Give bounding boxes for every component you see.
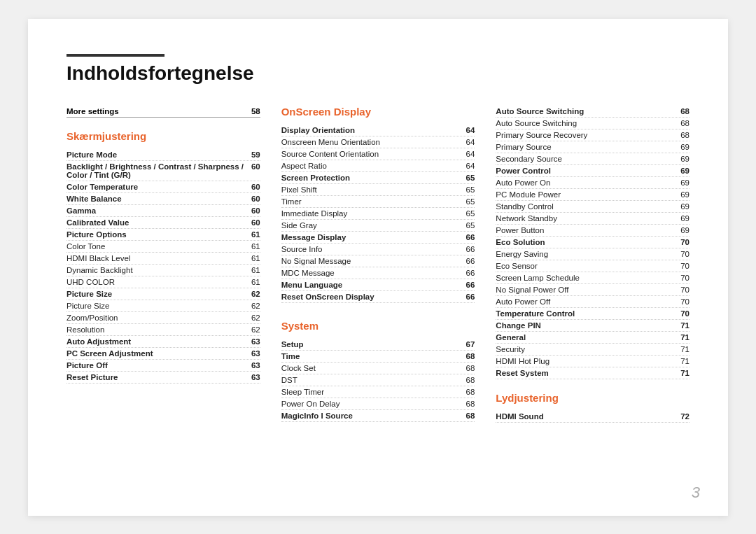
toc-page-num: 60 — [251, 218, 260, 227]
toc-label: HDMI Black Level — [66, 254, 251, 262]
toc-row: Auto Source Switching68 — [496, 106, 690, 118]
toc-row: Reset OnScreen Display66 — [281, 291, 475, 303]
toc-page-num: 60 — [251, 162, 260, 171]
col3-section2-heading: Lydjustering — [496, 392, 690, 404]
toc-label: Source Content Orientation — [281, 150, 466, 158]
toc-label: PC Module Power — [496, 190, 680, 199]
toc-row: Timer65 — [281, 196, 475, 208]
toc-page-num: 65 — [466, 185, 475, 194]
col3-section1-entries: Auto Source Switching68Auto Source Switc… — [496, 106, 690, 379]
toc-page-num: 66 — [466, 281, 475, 289]
toc-label: Power On Delay — [281, 400, 466, 408]
toc-label: Primary Source Recovery — [496, 131, 680, 139]
toc-row: Picture Size62 — [66, 300, 260, 312]
toc-row: Primary Source69 — [496, 141, 690, 153]
toc-row: White Balance60 — [66, 193, 260, 205]
page-number: 3 — [692, 484, 700, 502]
toc-row: PC Screen Adjustment63 — [66, 348, 260, 360]
toc-row: Eco Sensor70 — [496, 260, 690, 272]
more-settings-page: 58 — [251, 107, 260, 115]
toc-page-num: 68 — [466, 388, 475, 396]
toc-label: Screen Protection — [281, 174, 466, 182]
toc-page-num: 64 — [466, 150, 475, 158]
toc-row: Calibrated Value60 — [66, 217, 260, 229]
toc-page-num: 63 — [251, 337, 260, 346]
toc-label: Screen Lamp Schedule — [496, 274, 680, 282]
toc-label: White Balance — [66, 195, 251, 203]
toc-row: UHD COLOR61 — [66, 276, 260, 288]
toc-page-num: 62 — [251, 314, 260, 322]
col1-entries: Picture Mode59Backlight / Brightness / C… — [66, 149, 260, 384]
toc-label: Reset Picture — [66, 373, 251, 381]
toc-label: Clock Set — [281, 364, 466, 372]
toc-label: UHD COLOR — [66, 278, 251, 286]
toc-page-num: 68 — [466, 400, 475, 408]
toc-page-num: 66 — [466, 245, 475, 253]
toc-page-num: 71 — [680, 357, 690, 365]
toc-page-num: 64 — [466, 138, 475, 146]
toc-label: Resolution — [66, 325, 251, 334]
toc-row: HDMI Hot Plug71 — [496, 356, 690, 367]
toc-label: MagicInfo I Source — [281, 412, 466, 420]
toc-row: Pixel Shift65 — [281, 184, 475, 196]
toc-row: Color Temperature60 — [66, 181, 260, 193]
toc-page-num: 71 — [680, 321, 690, 330]
toc-row: Onscreen Menu Orientation64 — [281, 136, 475, 148]
toc-row: Picture Options61 — [66, 229, 260, 241]
toc-page-num: 62 — [251, 302, 260, 310]
toc-label: Primary Source — [496, 143, 680, 151]
toc-row: Eco Solution70 — [496, 237, 690, 248]
toc-label: Eco Sensor — [496, 262, 680, 270]
toc-row: Sleep Timer68 — [281, 386, 475, 398]
toc-label: Color Temperature — [66, 183, 251, 191]
toc-label: Picture Options — [66, 230, 251, 239]
toc-label: Menu Language — [281, 281, 466, 289]
toc-page-num: 69 — [680, 190, 690, 199]
toc-page-num: 68 — [680, 107, 690, 115]
toc-page-num: 65 — [466, 174, 475, 182]
toc-label: Side Gray — [281, 221, 466, 230]
toc-label: General — [496, 333, 680, 342]
toc-label: Backlight / Brightness / Contrast / Shar… — [66, 162, 251, 179]
toc-page-num: 69 — [680, 226, 690, 234]
page-title: Indholdsfortegnelse — [66, 62, 690, 85]
toc-page-num: 63 — [251, 349, 260, 358]
toc-label: Zoom/Position — [66, 314, 251, 322]
toc-label: Pixel Shift — [281, 185, 466, 194]
toc-row: Secondary Source69 — [496, 153, 690, 165]
toc-row: DST68 — [281, 374, 475, 386]
toc-row: Dynamic Backlight61 — [66, 265, 260, 276]
toc-row: No Signal Power Off70 — [496, 284, 690, 296]
col2-section1-entries: Display Orientation64Onscreen Menu Orien… — [281, 125, 475, 303]
toc-label: Auto Power Off — [496, 297, 680, 306]
toc-page-num: 71 — [680, 345, 690, 353]
toc-page-num: 70 — [680, 250, 690, 258]
toc-page-num: 71 — [680, 369, 690, 377]
col1-section-heading: Skærmjustering — [66, 130, 260, 142]
toc-label: Color Tone — [66, 242, 251, 251]
col3-section2-entries: HDMI Sound72 — [496, 411, 690, 423]
toc-label: Reset OnScreen Display — [281, 293, 466, 301]
toc-row: Picture Size62 — [66, 288, 260, 300]
toc-label: Security — [496, 345, 680, 353]
toc-label: Power Button — [496, 226, 680, 234]
toc-row: HDMI Sound72 — [496, 411, 690, 423]
toc-page-num: 66 — [466, 269, 475, 277]
toc-row: Side Gray65 — [281, 220, 475, 232]
toc-label: Timer — [281, 197, 466, 206]
toc-label: MDC Message — [281, 269, 466, 277]
toc-row: Reset Picture63 — [66, 372, 260, 384]
toc-row: Aspect Ratio64 — [281, 160, 475, 172]
toc-label: Picture Size — [66, 302, 251, 310]
toc-page-num: 68 — [466, 412, 475, 420]
toc-label: Temperature Control — [496, 309, 680, 318]
toc-page-num: 64 — [466, 162, 475, 170]
toc-row: MagicInfo I Source68 — [281, 410, 475, 422]
toc-page-num: 69 — [680, 143, 690, 151]
toc-page-num: 69 — [680, 167, 690, 175]
toc-page-num: 70 — [680, 274, 690, 282]
toc-page-num: 70 — [680, 297, 690, 306]
toc-row: Message Display66 — [281, 232, 475, 244]
toc-page-num: 61 — [251, 242, 260, 251]
more-settings-label: More settings — [66, 107, 119, 115]
